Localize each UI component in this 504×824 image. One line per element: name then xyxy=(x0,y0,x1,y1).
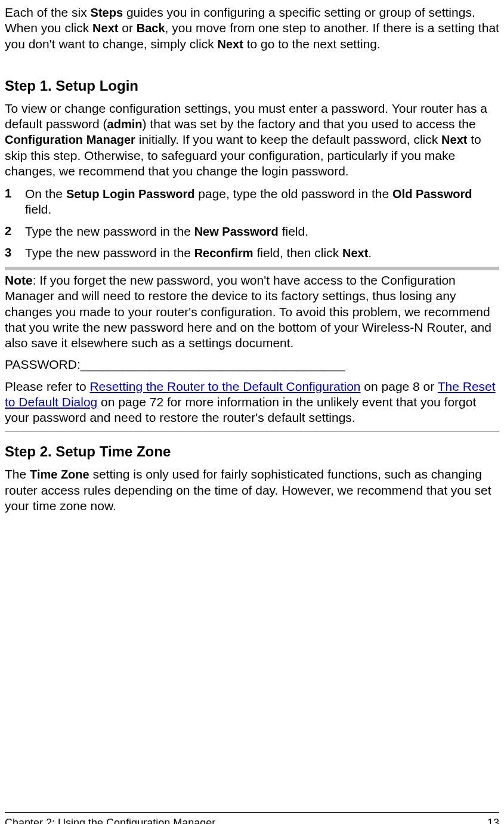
list-text: On the Setup Login Password page, type t… xyxy=(25,186,499,218)
page-footer: Chapter 2: Using the Configuration Manag… xyxy=(5,812,499,824)
link-reset-default-config[interactable]: Resetting the Router to the Default Conf… xyxy=(89,379,360,393)
text: Type the new password in the xyxy=(25,224,194,238)
list-number: 2 xyxy=(5,224,25,239)
text: or xyxy=(118,21,136,35)
note-label: Note xyxy=(5,273,33,287)
bold-admin: admin xyxy=(107,118,143,131)
list-item: 1 On the Setup Login Password page, type… xyxy=(5,186,499,218)
bold: Old Password xyxy=(392,187,472,200)
step2-heading: Step 2. Setup Time Zone xyxy=(5,443,499,461)
bold-steps: Steps xyxy=(91,6,123,19)
text: field. xyxy=(25,202,51,216)
text: to go to the next setting. xyxy=(243,37,381,51)
bold-next: Next xyxy=(218,38,243,51)
text: page, type the old password in the xyxy=(194,187,392,200)
note-paragraph: Note: If you forget the new password, yo… xyxy=(5,273,499,351)
step2-paragraph: The Time Zone setting is only used for f… xyxy=(5,467,499,514)
text: field. xyxy=(279,224,308,238)
note-refs: Please refer to Resetting the Router to … xyxy=(5,379,499,426)
text: on page 8 or xyxy=(361,379,438,393)
bold: Setup Login Password xyxy=(66,187,195,200)
list-item: 2 Type the new password in the New Passw… xyxy=(5,224,499,239)
step1-heading: Step 1. Setup Login xyxy=(5,77,499,95)
bold: Reconfirm xyxy=(194,246,253,260)
text: Each of the six xyxy=(5,5,91,19)
bold-timezone: Time Zone xyxy=(30,468,89,481)
text: On the xyxy=(25,187,66,200)
text: The xyxy=(5,467,30,481)
bold: New Password xyxy=(194,225,279,238)
bold-cfgmgr: Configuration Manager xyxy=(5,133,135,146)
bold-back: Back xyxy=(137,21,165,35)
text: Type the new password in the xyxy=(25,246,194,260)
text: field, then click xyxy=(253,246,342,260)
list-text: Type the new password in the New Passwor… xyxy=(25,224,308,239)
bold-next: Next xyxy=(92,21,118,35)
note-block: Note: If you forget the new password, yo… xyxy=(5,270,499,432)
bold: Next xyxy=(342,246,368,260)
text: initially. If you want to keep the defau… xyxy=(135,132,441,146)
bold-next: Next xyxy=(441,133,467,146)
footer-page-number: 13 xyxy=(487,816,499,824)
text: Please refer to xyxy=(5,379,89,393)
password-line: PASSWORD:_______________________________… xyxy=(5,357,499,372)
list-number: 1 xyxy=(5,186,25,218)
note-body: : If you forget the new password, you wo… xyxy=(5,273,491,350)
step1-paragraph: To view or change configuration settings… xyxy=(5,101,499,179)
intro-paragraph: Each of the six Steps guides you in conf… xyxy=(5,5,499,52)
list-text: Type the new password in the Reconfirm f… xyxy=(25,245,372,261)
step1-ordered-list: 1 On the Setup Login Password page, type… xyxy=(5,186,499,261)
list-item: 3 Type the new password in the Reconfirm… xyxy=(5,245,499,261)
list-number: 3 xyxy=(5,245,25,261)
text: ) that was set by the factory and that y… xyxy=(143,117,476,131)
text: . xyxy=(368,246,372,260)
footer-chapter: Chapter 2: Using the Configuration Manag… xyxy=(5,816,215,824)
